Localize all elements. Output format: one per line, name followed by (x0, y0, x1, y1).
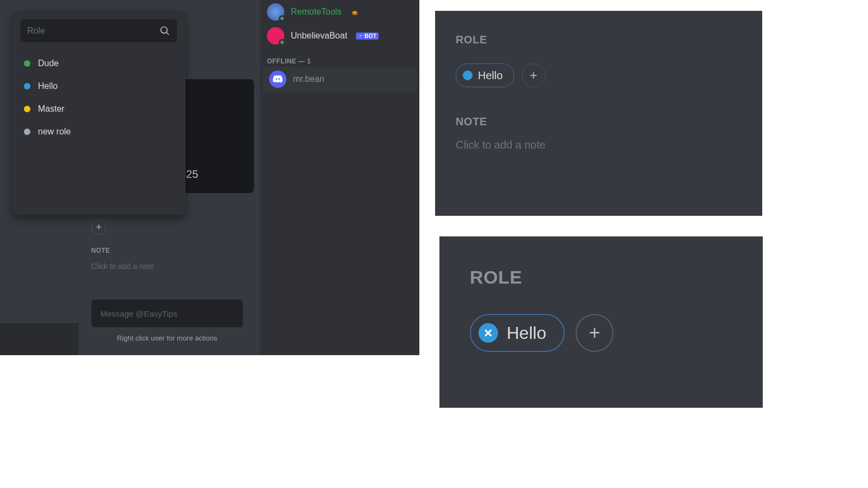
role-chip-hello[interactable]: Hello (456, 63, 514, 87)
member-row-mrbean[interactable]: mr.bean (263, 67, 417, 91)
user-panel-strip (0, 323, 79, 355)
avatar (269, 70, 286, 88)
role-name: Master (38, 104, 65, 114)
role-chip-label: Hello (478, 69, 503, 82)
discord-logo-icon (272, 74, 283, 85)
add-role-button[interactable]: + (576, 314, 614, 352)
note-section: NOTE Click to add a note (91, 247, 254, 271)
role-name: Hello (38, 81, 58, 91)
member-row-remotetools[interactable]: RemoteTools (260, 0, 419, 24)
role-search-popover: Dude Hello Master new role (12, 11, 186, 215)
note-placeholder[interactable]: Click to add a note (91, 262, 254, 271)
remove-role-button[interactable] (478, 323, 498, 343)
role-color-dot (24, 129, 30, 135)
status-online-icon (279, 15, 285, 22)
role-color-dot (463, 70, 473, 80)
add-role-button[interactable]: + (522, 63, 546, 87)
plus-icon: + (530, 68, 538, 83)
member-list: RemoteTools UnbelievaBoat BOT OFFLINE — … (260, 0, 419, 355)
role-name: Dude (38, 59, 59, 68)
role-option-new-role[interactable]: new role (21, 120, 177, 143)
bot-badge: BOT (356, 33, 379, 40)
role-heading: ROLE (470, 267, 732, 288)
member-name: UnbelievaBoat (291, 31, 347, 41)
role-color-dot (24, 60, 30, 67)
avatar (267, 27, 284, 44)
member-name: mr.bean (293, 74, 324, 84)
role-option-hello[interactable]: Hello (21, 75, 177, 98)
role-chip-row: Hello + (470, 314, 732, 352)
note-heading: NOTE (456, 115, 742, 128)
role-option-master[interactable]: Master (21, 98, 177, 120)
role-panel-normal: ROLE Hello + NOTE Click to add a note (435, 11, 762, 216)
role-name: new role (38, 127, 71, 137)
verified-check-icon (358, 33, 363, 38)
role-option-dude[interactable]: Dude (21, 52, 177, 75)
role-chip-hello[interactable]: Hello (470, 314, 565, 352)
add-role-button[interactable]: + (91, 220, 106, 235)
search-icon (159, 25, 170, 36)
role-chip-row: Hello + (456, 63, 742, 87)
close-icon (483, 328, 494, 338)
note-placeholder[interactable]: Click to add a note (456, 139, 742, 151)
role-color-dot (24, 83, 30, 89)
message-input[interactable]: Message @EasyTips (91, 299, 243, 328)
role-panel-hover-zoom: ROLE Hello + (439, 236, 763, 408)
role-search-input[interactable] (27, 26, 159, 36)
role-search-field[interactable] (21, 20, 177, 42)
note-heading: NOTE (91, 247, 254, 254)
role-color-dot (24, 106, 30, 112)
avatar (267, 3, 284, 21)
discord-main-area: RemoteTools UnbelievaBoat BOT OFFLINE — … (0, 0, 419, 355)
plus-icon: + (589, 322, 600, 344)
role-heading: ROLE (456, 34, 742, 46)
context-hint: Right click user for more actions (91, 334, 243, 342)
role-chip-label: Hello (507, 323, 546, 343)
role-list: Dude Hello Master new role (21, 52, 177, 143)
plus-icon: + (96, 222, 102, 233)
server-owner-crown-icon (351, 8, 359, 16)
member-name: RemoteTools (291, 7, 341, 17)
status-online-icon (279, 39, 285, 46)
message-placeholder: Message @EasyTips (100, 309, 177, 318)
offline-section-header: OFFLINE — 1 (260, 48, 419, 67)
member-row-unbelievaboat[interactable]: UnbelievaBoat BOT (260, 24, 419, 48)
